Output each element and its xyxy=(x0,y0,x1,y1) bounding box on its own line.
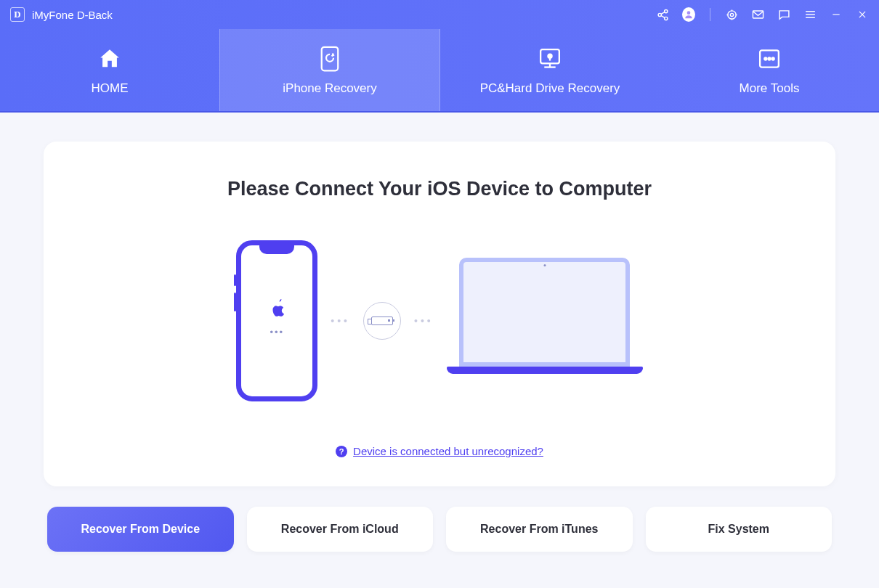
nav-iphone-recovery[interactable]: iPhone Recovery xyxy=(219,29,440,111)
connect-card: Please Connect Your iOS Device to Comput… xyxy=(44,142,835,486)
target-icon[interactable] xyxy=(725,8,738,21)
help-row: ? Device is connected but unrecognized? xyxy=(73,445,806,457)
svg-line-4 xyxy=(661,15,665,17)
tab-recover-device[interactable]: Recover From Device xyxy=(47,507,234,552)
minimize-icon[interactable] xyxy=(830,8,843,21)
phone-icon: ••• xyxy=(236,240,317,401)
help-badge-icon: ? xyxy=(336,446,347,457)
tab-label: Recover From iCloud xyxy=(281,523,399,536)
apple-logo-icon xyxy=(269,298,285,319)
tab-label: Recover From iTunes xyxy=(480,523,598,536)
svg-point-6 xyxy=(727,10,735,18)
svg-point-26 xyxy=(764,57,766,60)
nav-label: HOME xyxy=(92,81,129,96)
home-icon xyxy=(95,45,124,73)
tab-recover-itunes[interactable]: Recover From iTunes xyxy=(446,507,633,552)
svg-point-5 xyxy=(687,11,691,15)
menu-icon[interactable] xyxy=(803,8,817,21)
titlebar: D iMyFone D-Back xyxy=(0,0,879,29)
usb-icon xyxy=(363,302,401,340)
help-link[interactable]: Device is connected but unrecognized? xyxy=(353,445,543,457)
more-icon xyxy=(755,45,784,73)
navbar: HOME iPhone Recovery PC&Hard Drive Recov… xyxy=(0,29,879,113)
close-icon[interactable] xyxy=(856,8,869,21)
nav-label: PC&Hard Drive Recovery xyxy=(480,81,620,96)
tab-recover-icloud[interactable]: Recover From iCloud xyxy=(247,507,434,552)
chat-icon[interactable] xyxy=(777,8,790,21)
svg-point-2 xyxy=(664,17,667,20)
tab-label: Recover From Device xyxy=(81,523,200,536)
laptop-icon xyxy=(447,258,643,385)
nav-home[interactable]: HOME xyxy=(0,29,219,111)
svg-rect-12 xyxy=(753,11,763,18)
drive-icon xyxy=(535,45,564,73)
nav-label: iPhone Recovery xyxy=(283,81,376,96)
connector-dots-right: ••• xyxy=(414,315,434,327)
avatar-icon[interactable] xyxy=(682,8,695,21)
svg-point-7 xyxy=(730,13,733,16)
tab-fix-system[interactable]: Fix System xyxy=(646,507,833,552)
svg-point-21 xyxy=(548,54,551,57)
svg-point-0 xyxy=(664,9,667,12)
share-icon[interactable] xyxy=(656,8,669,21)
connect-illustration: ••• ••• ••• xyxy=(73,240,806,401)
titlebar-divider xyxy=(710,8,710,21)
phone-dots: ••• xyxy=(270,327,284,338)
mail-icon[interactable] xyxy=(751,8,764,21)
svg-rect-19 xyxy=(322,46,339,70)
svg-point-1 xyxy=(658,13,661,16)
app-title: iMyFone D-Back xyxy=(32,9,113,21)
nav-pc-recovery[interactable]: PC&Hard Drive Recovery xyxy=(440,29,660,111)
titlebar-icons xyxy=(656,8,869,21)
connector-dots-left: ••• xyxy=(331,315,350,327)
svg-point-28 xyxy=(772,57,774,60)
bottom-tabs: Recover From Device Recover From iCloud … xyxy=(0,486,879,573)
app-logo: D xyxy=(10,7,25,22)
card-heading: Please Connect Your iOS Device to Comput… xyxy=(73,178,806,200)
nav-label: More Tools xyxy=(740,81,800,96)
svg-line-3 xyxy=(661,12,665,14)
refresh-phone-icon xyxy=(315,45,344,73)
content-area: Please Connect Your iOS Device to Comput… xyxy=(0,113,879,486)
tab-label: Fix System xyxy=(708,523,769,536)
nav-more-tools[interactable]: More Tools xyxy=(660,29,879,111)
svg-point-27 xyxy=(768,57,770,60)
